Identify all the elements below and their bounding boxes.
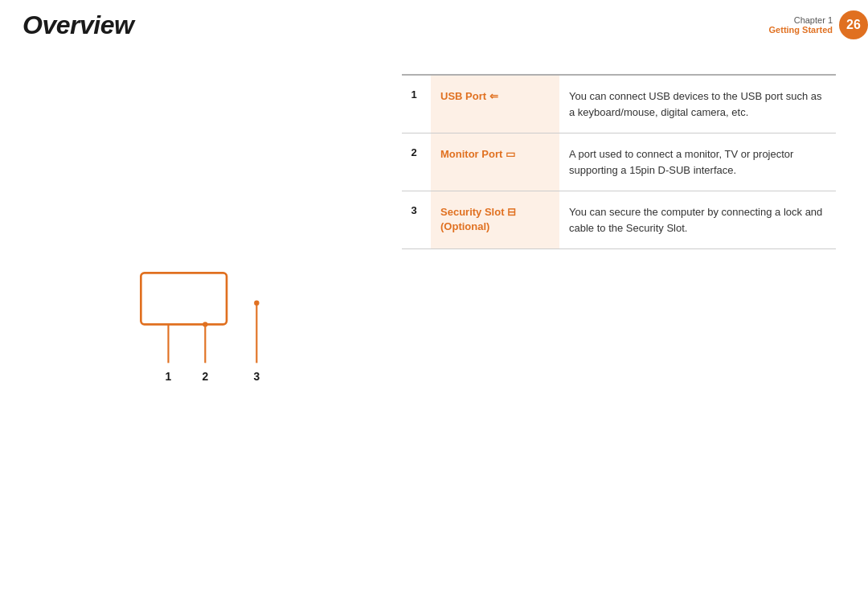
table-row: 1 USB Port ⇐ You can connect USB devices… [402,75,836,133]
svg-point-5 [254,300,259,305]
port-description: You can connect USB devices to the USB p… [559,75,836,133]
svg-text:3: 3 [253,370,260,383]
chapter-number-badge: 26 [839,10,868,39]
row-number: 3 [402,191,431,249]
diagram-svg: 1 2 3 [72,220,330,446]
port-name: Security Slot ⊟(Optional) [440,206,516,232]
port-name: Monitor Port ▭ [440,148,515,160]
row-number: 1 [402,75,431,133]
port-name-cell: Monitor Port ▭ [431,133,559,191]
chapter-label: Chapter 1 [769,15,833,25]
port-description: A port used to connect a monitor, TV or … [559,133,836,191]
table-row: 2 Monitor Port ▭ A port used to connect … [402,133,836,191]
info-table: 1 USB Port ⇐ You can connect USB devices… [402,74,836,249]
port-name: USB Port ⇐ [440,90,498,102]
page-title: Overview [23,10,133,40]
table-row: 3 Security Slot ⊟(Optional) You can secu… [402,191,836,249]
content-area: 1 2 3 1 USB Port ⇐ You can connect USB d… [0,50,868,616]
port-name-cell: USB Port ⇐ [431,75,559,133]
chapter-subtitle: Getting Started [769,25,833,35]
svg-point-4 [203,322,207,326]
chapter-badge: Chapter 1 Getting Started 26 [769,10,868,39]
port-name-cell: Security Slot ⊟(Optional) [431,191,559,249]
table-area: 1 USB Port ⇐ You can connect USB devices… [402,50,868,616]
row-number: 2 [402,133,431,191]
header: Overview Chapter 1 Getting Started 26 [0,0,868,50]
chapter-text-block: Chapter 1 Getting Started [769,15,833,35]
svg-text:2: 2 [202,370,208,383]
port-description: You can secure the computer by connectin… [559,191,836,249]
svg-text:1: 1 [166,370,172,383]
diagram-area: 1 2 3 [0,50,402,616]
svg-rect-0 [141,273,227,324]
